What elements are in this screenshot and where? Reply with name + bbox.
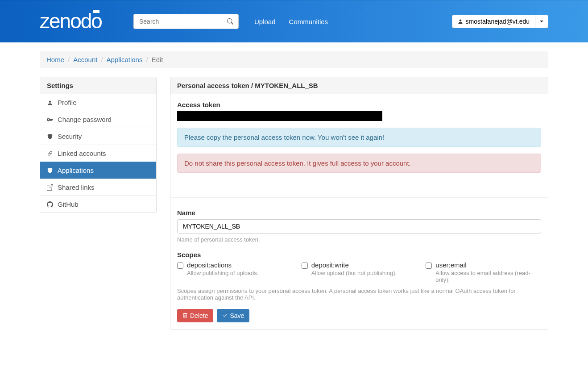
sidebar-item-label: Shared links	[58, 184, 95, 191]
nav-upload[interactable]: Upload	[248, 18, 282, 25]
danger-alert: Do not share this personal access token.…	[177, 154, 541, 173]
sidebar: Settings Profile Change password Securit…	[40, 77, 157, 329]
sidebar-heading: Settings	[40, 77, 156, 94]
user-dropdown-toggle[interactable]	[535, 15, 548, 28]
scope-name: deposit:actions	[187, 261, 293, 269]
github-icon	[47, 201, 53, 208]
sidebar-item-label: Security	[58, 133, 82, 140]
search-group	[133, 14, 239, 29]
access-token-label: Access token	[177, 101, 541, 108]
name-input[interactable]	[177, 219, 541, 234]
breadcrumb-sep: /	[146, 56, 148, 63]
sidebar-item-label: Change password	[58, 116, 112, 123]
sidebar-item-change-password[interactable]: Change password	[40, 111, 156, 128]
save-label: Save	[230, 312, 244, 319]
breadcrumb-sep: /	[68, 56, 70, 63]
scope-checkbox-deposit-write[interactable]	[302, 263, 308, 269]
scope-deposit-write: deposit:write Allow upload (but not publ…	[302, 261, 417, 283]
user-email: smostafanejad@vt.edu	[466, 18, 530, 25]
check-icon	[222, 313, 228, 318]
scope-desc: Allow access to email address (read-only…	[435, 270, 541, 283]
scope-name: user:email	[435, 261, 541, 269]
sidebar-item-label: GitHub	[58, 200, 79, 208]
breadcrumb-sep: /	[101, 56, 103, 63]
sidebar-item-applications[interactable]: Applications	[40, 162, 156, 179]
scopes-row: deposit:actions Allow publishing of uplo…	[177, 261, 541, 283]
shield-icon	[47, 168, 53, 173]
name-label: Name	[177, 209, 541, 217]
name-help: Name of personal access token.	[177, 236, 541, 243]
scopes-label: Scopes	[177, 251, 541, 259]
share-icon	[47, 184, 53, 191]
trash-icon	[182, 313, 188, 318]
user-button[interactable]: smostafanejad@vt.edu	[452, 15, 535, 28]
navbar: zenodo Upload Communities smostafanejad@…	[0, 0, 588, 42]
user-menu: smostafanejad@vt.edu	[452, 15, 548, 28]
scope-desc: Allow upload (but not publishing).	[311, 270, 417, 276]
sidebar-item-security[interactable]: Security	[40, 128, 156, 145]
scope-checkbox-deposit-actions[interactable]	[177, 263, 183, 269]
main-content: Personal access token / MYTOKEN_ALL_SB A…	[170, 77, 548, 329]
shield-icon	[47, 134, 53, 139]
save-button[interactable]: Save	[217, 309, 249, 322]
breadcrumb-current: Edit	[152, 56, 163, 63]
caret-down-icon	[540, 20, 543, 23]
logo[interactable]: zenodo	[40, 10, 116, 33]
sidebar-item-label: Linked accounts	[58, 150, 106, 157]
user-icon	[47, 100, 53, 105]
sidebar-item-profile[interactable]: Profile	[40, 94, 156, 111]
sidebar-item-label: Applications	[58, 167, 94, 174]
user-icon	[458, 19, 463, 24]
sidebar-item-github[interactable]: GitHub	[40, 196, 156, 213]
breadcrumb-account[interactable]: Account	[73, 56, 97, 63]
scope-name: deposit:write	[311, 261, 417, 269]
nav-communities[interactable]: Communities	[282, 18, 335, 25]
key-icon	[47, 117, 53, 123]
scopes-help: Scopes assign permissions to your person…	[177, 288, 541, 301]
access-token-value	[177, 111, 382, 121]
breadcrumb-applications[interactable]: Applications	[107, 56, 143, 63]
sidebar-item-shared-links[interactable]: Shared links	[40, 179, 156, 196]
scope-checkbox-user-email[interactable]	[426, 263, 432, 269]
sidebar-item-linked-accounts[interactable]: Linked accounts	[40, 145, 156, 162]
page-title: Personal access token / MYTOKEN_ALL_SB	[170, 77, 548, 94]
breadcrumb-home[interactable]: Home	[46, 56, 64, 63]
svg-text:zenodo: zenodo	[40, 10, 102, 33]
scope-desc: Allow publishing of uploads.	[187, 270, 293, 276]
info-alert: Please copy the personal access token no…	[177, 128, 541, 147]
search-button[interactable]	[222, 14, 239, 29]
search-input[interactable]	[133, 14, 222, 29]
search-icon	[227, 18, 233, 25]
link-icon	[47, 150, 53, 157]
delete-label: Delete	[190, 312, 208, 319]
delete-button[interactable]: Delete	[177, 309, 213, 322]
svg-rect-1	[93, 10, 99, 13]
breadcrumb: Home / Account / Applications / Edit	[40, 51, 548, 68]
scope-deposit-actions: deposit:actions Allow publishing of uplo…	[177, 261, 293, 283]
scope-user-email: user:email Allow access to email address…	[426, 261, 541, 283]
sidebar-item-label: Profile	[58, 99, 77, 106]
